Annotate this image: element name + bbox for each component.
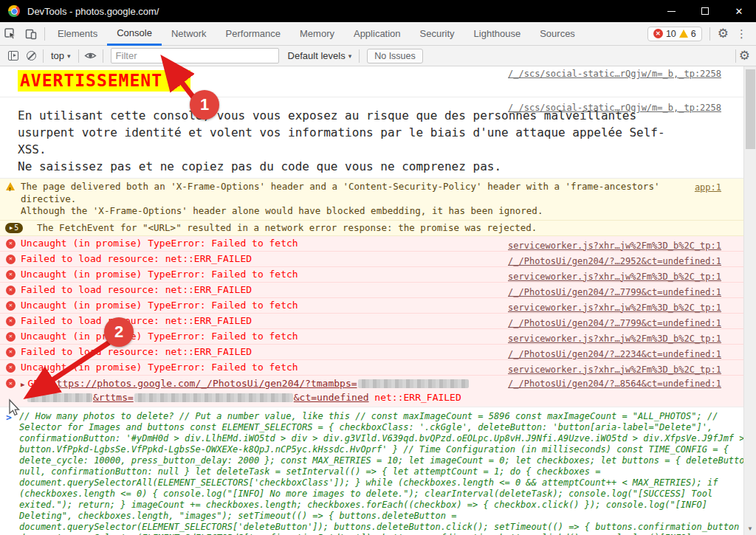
error-source-link[interactable]: /_/PhotosUi/gen204/?…7799&ct=undefined:1 <box>508 285 721 300</box>
divider <box>359 49 360 63</box>
network-error-row: ✕ ▶GET https://photos.google.com/_/Photo… <box>0 376 756 407</box>
clear-console-icon[interactable] <box>22 48 40 64</box>
error-message: Failed to load resource: net::ERR_FAILED <box>21 253 252 264</box>
error-source-link[interactable]: serviceworker.js?xhr…jw%2Fm%3D_b%2C_tp:1 <box>508 362 721 377</box>
error-icon: ✕ <box>6 317 16 326</box>
request-url-link[interactable]: https://photos.google.com/_/PhotosUi/gen… <box>51 378 357 389</box>
live-expression-eye-icon[interactable] <box>82 48 100 64</box>
close-button[interactable]: ✕ <box>722 0 756 22</box>
error-message: Failed to load resource: net::ERR_FAILED <box>21 315 252 326</box>
error-source-link[interactable]: /_/PhotosUi/gen204/?…8564&ct=undefined:1 <box>508 378 721 390</box>
code-line: button.VfPpkd-LgbsSe.VfPpkd-LgbsSe-OWXEX… <box>19 444 756 455</box>
console-error-row: ✕ Uncaught (in promise) TypeError: Faile… <box>0 298 756 314</box>
error-source-link[interactable]: /_/PhotosUi/gen204/?…2952&ct=undefined:1 <box>508 254 721 269</box>
error-icon: ✕ <box>6 239 16 249</box>
tab-performance[interactable]: Performance <box>216 22 290 46</box>
console-error-row: ✕ Failed to load resource: net::ERR_FAIL… <box>0 283 756 298</box>
execution-context-selector[interactable]: top ▾ <box>47 50 75 61</box>
error-icon: ✕ <box>6 332 16 342</box>
tab-console[interactable]: Console <box>107 22 162 46</box>
tab-elements[interactable]: Elements <box>48 22 107 46</box>
context-label: top <box>51 50 64 61</box>
log-levels-dropdown[interactable]: Default levels ▾ <box>284 50 357 61</box>
code-line: Deleting", checkboxes.length, "images");… <box>19 511 756 522</box>
device-toolbar-icon[interactable] <box>21 24 41 44</box>
console-prompt[interactable]: > // How many photos to delete? // Put a… <box>0 407 756 535</box>
error-message: Failed to load resource: net::ERR_FAILED <box>21 284 252 295</box>
xss-warning-line: usurpent votre identité et volent vos in… <box>18 124 756 141</box>
network-error-status: net::ERR_FAILED <box>369 392 461 403</box>
warning-line: Although the 'X-Frame-Options' header al… <box>21 205 667 218</box>
tab-memory[interactable]: Memory <box>290 22 344 46</box>
maximize-button[interactable] <box>688 0 722 22</box>
console-sidebar-toggle-icon[interactable] <box>4 48 22 64</box>
inspect-element-icon[interactable] <box>0 24 21 44</box>
redacted-value <box>134 393 293 402</box>
error-icon: ✕ <box>6 379 16 388</box>
divider <box>44 27 45 41</box>
error-message: Uncaught (in promise) TypeError: Failed … <box>21 238 298 249</box>
scrollbar-thumb[interactable] <box>746 69 755 149</box>
code-line: // How many photos to delete? // Put a n… <box>19 411 756 422</box>
levels-label: Default levels <box>288 50 346 61</box>
http-method: GET <box>27 378 44 389</box>
source-link[interactable]: /_/scs/social-static…rQgjw/m=_b,_tp:2258 <box>508 69 721 79</box>
xss-warning-line: XSS. <box>18 141 756 158</box>
console-error-row: ✕ Failed to load resource: net::ERR_FAIL… <box>0 314 756 329</box>
tab-lighthouse[interactable]: Lighthouse <box>464 22 531 46</box>
source-link[interactable]: app:1 <box>695 182 721 194</box>
fetch-event-warning-row: ▶ 5 The FetchEvent for "<URL>" resulted … <box>0 221 756 236</box>
more-options-icon[interactable]: ⋮ <box>733 28 750 39</box>
error-message: Uncaught (in promise) TypeError: Failed … <box>21 300 298 311</box>
expand-arrow-icon: ▶ <box>10 223 13 233</box>
console-log-area: AVERTISSEMENT ! /_/scs/social-static…rQg… <box>0 66 756 535</box>
request-param-link[interactable]: &rttms= <box>93 392 134 403</box>
tab-security[interactable]: Security <box>410 22 464 46</box>
tab-sources[interactable]: Sources <box>530 22 585 46</box>
error-source-link[interactable]: serviceworker.js?xhr…jw%2Fm%3D_b%2C_tp:1 <box>508 300 721 315</box>
divider <box>709 27 710 41</box>
error-message: Uncaught (in promise) TypeError: Failed … <box>21 269 298 280</box>
error-source-link[interactable]: /_/PhotosUi/gen204/?…7799&ct=undefined:1 <box>508 316 721 331</box>
source-link[interactable]: /_/scs/social-static…rQgjw/m=_b,_tp:2258 <box>508 100 721 117</box>
filter-input[interactable] <box>111 48 279 63</box>
console-error-row: ✕ Uncaught (in promise) TypeError: Faile… <box>0 236 756 252</box>
redacted-value <box>27 393 92 402</box>
tab-network[interactable]: Network <box>162 22 216 46</box>
error-source-link[interactable]: serviceworker.js?xhr…jw%2Fm%3D_b%2C_tp:1 <box>508 331 721 346</box>
self-xss-warning-row: En utilisant cette console, vous vous ex… <box>0 97 756 179</box>
error-message: Failed to load resource: net::ERR_FAILED <box>21 346 252 357</box>
warning-triangle-icon <box>6 182 15 190</box>
errors-warnings-badge[interactable]: ✕ 10 6 <box>647 27 702 41</box>
error-icon: ✕ <box>6 286 16 295</box>
error-source-link[interactable]: serviceworker.js?xhr…jw%2Fm%3D_b%2C_tp:1 <box>508 238 721 253</box>
repeat-count-badge[interactable]: ▶ 5 <box>5 223 23 233</box>
console-scrollbar[interactable]: ▼ <box>743 66 756 535</box>
code-line: confirmationButton: '#yDmH0d > div.LlhEM… <box>19 433 756 444</box>
console-toolbar-right: ⚙ <box>732 49 756 63</box>
divider <box>735 49 736 63</box>
error-message: Uncaught (in promise) TypeError: Failed … <box>21 331 298 342</box>
prompt-chevron-icon: > <box>6 412 12 423</box>
error-source-link[interactable]: serviceworker.js?xhr…jw%2Fm%3D_b%2C_tp:1 <box>508 269 721 284</box>
error-message: Uncaught (in promise) TypeError: Failed … <box>21 362 298 373</box>
fetch-event-message: The FetchEvent for "<URL>" resulted in a… <box>37 222 537 233</box>
expand-arrow-icon[interactable]: ▶ <box>21 381 24 388</box>
error-icon: ✕ <box>6 301 16 311</box>
chevron-down-icon: ▾ <box>67 52 71 60</box>
minimize-icon <box>667 11 676 12</box>
window-title: DevTools - photos.google.com/ <box>27 6 159 17</box>
request-param-link[interactable]: &ct=undefined <box>294 392 369 403</box>
no-issues-badge[interactable]: No Issues <box>367 49 423 63</box>
warning-line: The page delivered both an 'X-Frame-Opti… <box>21 181 667 205</box>
minimize-button[interactable] <box>654 0 688 22</box>
settings-gear-icon[interactable]: ⚙ <box>718 27 729 40</box>
divider <box>43 49 44 63</box>
console-settings-gear-icon[interactable]: ⚙ <box>739 49 750 62</box>
console-error-row: ✕ Failed to load resource: net::ERR_FAIL… <box>0 252 756 267</box>
error-source-link[interactable]: /_/PhotosUi/gen204/?…2234&ct=undefined:1 <box>508 347 721 362</box>
error-icon: ✕ <box>6 270 16 280</box>
tab-application[interactable]: Application <box>344 22 410 46</box>
scrollbar-down-button[interactable]: ▼ <box>744 523 756 534</box>
tabbar-right-controls: ✕ 10 6 ⚙ ⋮ <box>647 27 756 41</box>
